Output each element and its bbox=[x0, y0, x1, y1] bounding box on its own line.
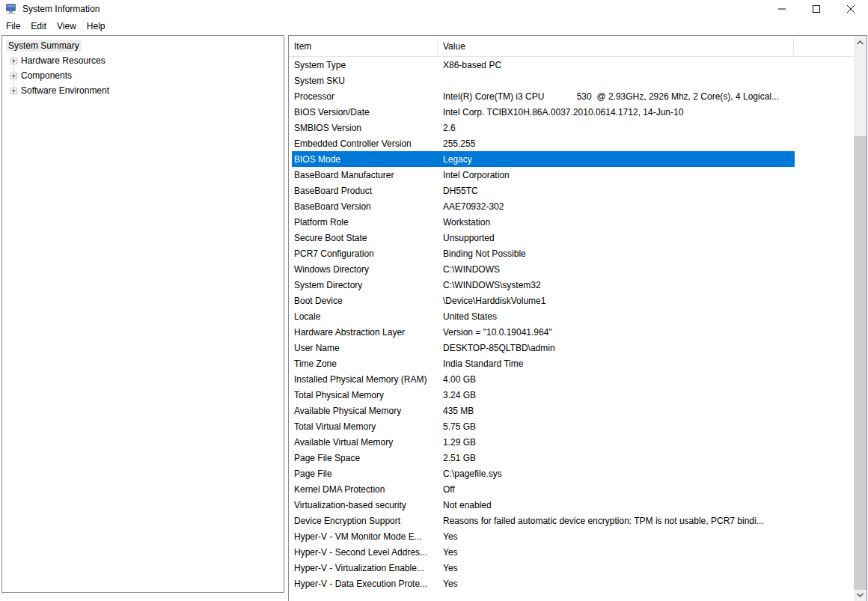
window-title: System Information bbox=[22, 4, 100, 14]
item-cell: Available Virtual Memory bbox=[292, 437, 437, 448]
expand-plus-icon[interactable] bbox=[10, 58, 17, 64]
scroll-up-icon[interactable] bbox=[854, 36, 867, 49]
item-cell: BIOS Mode bbox=[292, 154, 437, 165]
maximize-button[interactable] bbox=[799, 0, 834, 17]
table-row[interactable]: Hyper-V - Data Execution Prote...Yes bbox=[292, 576, 795, 591]
table-row[interactable]: Available Physical Memory435 MB bbox=[292, 403, 795, 418]
table-row[interactable]: Time ZoneIndia Standard Time bbox=[292, 356, 795, 371]
table-row[interactable]: ProcessorIntel(R) Core(TM) i3 CPU 530 @ … bbox=[292, 88, 795, 104]
sidebar-item-label: Components bbox=[21, 70, 72, 81]
minimize-button[interactable] bbox=[765, 0, 799, 17]
value-cell: 435 MB bbox=[437, 406, 787, 416]
expand-plus-icon[interactable] bbox=[10, 73, 17, 79]
sidebar-item-components[interactable]: Components bbox=[2, 68, 284, 83]
value-cell: India Standard Time bbox=[437, 359, 787, 369]
item-cell: Page File Space bbox=[292, 453, 437, 463]
item-cell: Processor bbox=[292, 91, 437, 102]
column-header-item[interactable]: Item bbox=[294, 41, 311, 52]
item-cell: Hyper-V - Data Execution Prote... bbox=[292, 579, 437, 589]
column-divider[interactable] bbox=[437, 38, 438, 55]
table-row[interactable]: Installed Physical Memory (RAM)4.00 GB bbox=[292, 371, 795, 387]
tree-root-label: System Summary bbox=[6, 40, 82, 52]
table-row[interactable]: Hyper-V - VM Monitor Mode E...Yes bbox=[292, 528, 795, 544]
sidebar-item-hardware-resources[interactable]: Hardware Resources bbox=[2, 53, 284, 68]
table-row[interactable]: Secure Boot StateUnsupported bbox=[292, 230, 795, 245]
item-cell: Installed Physical Memory (RAM) bbox=[292, 374, 437, 385]
table-row[interactable]: System TypeX86-based PC bbox=[292, 57, 795, 73]
value-cell: C:\pagefile.sys bbox=[437, 469, 787, 479]
scrollbar-thumb[interactable] bbox=[854, 136, 867, 590]
item-cell: Page File bbox=[292, 469, 437, 479]
table-row[interactable]: System SKU bbox=[292, 73, 795, 88]
item-cell: SMBIOS Version bbox=[292, 123, 437, 133]
column-divider[interactable] bbox=[793, 38, 794, 55]
table-row[interactable]: Total Physical Memory3.24 GB bbox=[292, 387, 795, 403]
detail-list-pane: Item Value System TypeX86-based PCSystem… bbox=[288, 35, 867, 601]
value-cell: Version = "10.0.19041.964" bbox=[437, 327, 787, 338]
table-row[interactable]: Kernel DMA ProtectionOff bbox=[292, 481, 795, 497]
table-row[interactable]: Hyper-V - Virtualization Enable...Yes bbox=[292, 560, 795, 576]
table-row[interactable]: Windows DirectoryC:\WINDOWS bbox=[292, 261, 795, 277]
table-row[interactable]: PCR7 ConfigurationBinding Not Possible bbox=[292, 245, 795, 261]
value-cell: Off bbox=[437, 484, 787, 495]
item-cell: BaseBoard Manufacturer bbox=[292, 170, 437, 180]
table-row[interactable]: Hyper-V - Second Level Addres...Yes bbox=[292, 544, 795, 560]
titlebar: System Information bbox=[0, 0, 868, 17]
item-cell: Locale bbox=[292, 311, 437, 322]
item-cell: Device Encryption Support bbox=[292, 516, 437, 526]
value-cell: 2.6 bbox=[437, 123, 787, 133]
table-row[interactable]: SMBIOS Version2.6 bbox=[292, 120, 795, 135]
table-row[interactable]: Embedded Controller Version255.255 bbox=[292, 135, 795, 151]
system-information-app-icon bbox=[5, 3, 18, 15]
list-header: Item Value bbox=[289, 36, 867, 57]
table-row[interactable]: Platform RoleWorkstation bbox=[292, 214, 795, 230]
table-row[interactable]: System DirectoryC:\WINDOWS\system32 bbox=[292, 277, 795, 293]
table-row[interactable]: Hardware Abstraction LayerVersion = "10.… bbox=[292, 324, 795, 340]
menu-file[interactable]: File bbox=[6, 21, 20, 31]
item-cell: System SKU bbox=[292, 76, 437, 86]
value-cell: Intel Corp. TCIBX10H.86A.0037.2010.0614.… bbox=[437, 107, 787, 118]
table-row[interactable]: User NameDESKTOP-85QLTBD\admin bbox=[292, 340, 795, 356]
sidebar-item-system-summary[interactable]: System Summary bbox=[2, 38, 284, 53]
item-cell: Total Virtual Memory bbox=[292, 421, 437, 432]
value-cell: Legacy bbox=[437, 154, 787, 165]
menu-view[interactable]: View bbox=[57, 21, 76, 31]
value-cell: 1.29 GB bbox=[437, 437, 787, 448]
table-row[interactable]: BaseBoard ManufacturerIntel Corporation bbox=[292, 167, 795, 183]
table-row[interactable]: BaseBoard VersionAAE70932-302 bbox=[292, 198, 795, 214]
value-cell: Workstation bbox=[437, 217, 787, 228]
table-row[interactable]: Boot Device\Device\HarddiskVolume1 bbox=[292, 293, 795, 308]
expand-plus-icon[interactable] bbox=[10, 88, 17, 94]
item-cell: Secure Boot State bbox=[292, 233, 437, 243]
item-cell: BaseBoard Version bbox=[292, 201, 437, 212]
value-cell: United States bbox=[437, 311, 787, 322]
item-cell: PCR7 Configuration bbox=[292, 248, 437, 259]
item-cell: Available Physical Memory bbox=[292, 406, 437, 416]
column-header-value[interactable]: Value bbox=[443, 41, 465, 52]
scroll-down-icon[interactable] bbox=[854, 588, 867, 601]
item-cell: Hyper-V - Second Level Addres... bbox=[292, 547, 437, 558]
table-row[interactable]: Device Encryption SupportReasons for fai… bbox=[292, 513, 795, 528]
close-button[interactable] bbox=[834, 0, 868, 17]
item-cell: System Type bbox=[292, 60, 437, 70]
table-row[interactable]: Available Virtual Memory1.29 GB bbox=[292, 434, 795, 450]
table-row[interactable]: BIOS ModeLegacy bbox=[292, 151, 795, 167]
table-row[interactable]: Page File Space2.51 GB bbox=[292, 450, 795, 466]
table-row[interactable]: LocaleUnited States bbox=[292, 308, 795, 324]
menu-edit[interactable]: Edit bbox=[31, 21, 46, 31]
menu-help[interactable]: Help bbox=[87, 21, 106, 31]
item-cell: BIOS Version/Date bbox=[292, 107, 437, 118]
table-row[interactable]: Page FileC:\pagefile.sys bbox=[292, 466, 795, 481]
table-row[interactable]: BaseBoard ProductDH55TC bbox=[292, 183, 795, 198]
value-cell: \Device\HarddiskVolume1 bbox=[437, 296, 787, 306]
item-cell: Kernel DMA Protection bbox=[292, 484, 437, 495]
table-row[interactable]: Virtualization-based securityNot enabled bbox=[292, 497, 795, 513]
sidebar-item-software-environment[interactable]: Software Environment bbox=[2, 83, 284, 98]
value-cell: 2.51 GB bbox=[437, 453, 787, 463]
value-cell: Yes bbox=[437, 531, 787, 542]
vertical-scrollbar[interactable] bbox=[854, 36, 867, 601]
value-cell: Yes bbox=[437, 579, 787, 589]
table-row[interactable]: Total Virtual Memory5.75 GB bbox=[292, 418, 795, 434]
value-cell: 255.255 bbox=[437, 138, 787, 149]
table-row[interactable]: BIOS Version/DateIntel Corp. TCIBX10H.86… bbox=[292, 104, 795, 120]
